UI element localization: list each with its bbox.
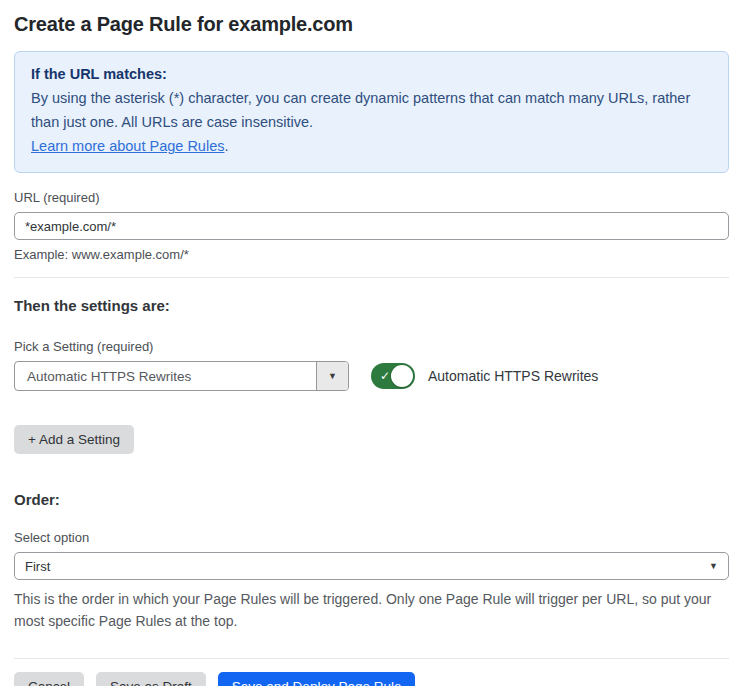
footer-actions: Cancel Save as Draft Save and Deploy Pag…	[14, 672, 729, 686]
chevron-down-icon: ▼	[709, 561, 718, 571]
add-setting-button[interactable]: + Add a Setting	[14, 425, 134, 454]
setting-dropdown[interactable]: Automatic HTTPS Rewrites ▼	[14, 361, 349, 391]
setting-dropdown-value: Automatic HTTPS Rewrites	[15, 362, 316, 390]
chevron-down-icon: ▼	[328, 371, 337, 381]
page-title: Create a Page Rule for example.com	[14, 13, 729, 36]
pick-setting-label: Pick a Setting (required)	[14, 339, 729, 354]
order-select-value: First	[25, 559, 709, 574]
order-select-label: Select option	[14, 530, 729, 545]
info-box-heading: If the URL matches:	[31, 62, 712, 86]
cancel-button[interactable]: Cancel	[14, 672, 84, 686]
learn-more-link[interactable]: Learn more about Page Rules	[31, 138, 224, 154]
check-icon: ✓	[380, 370, 390, 382]
setting-row: Automatic HTTPS Rewrites ▼ ✓ Automatic H…	[14, 361, 729, 391]
setting-dropdown-button[interactable]: ▼	[316, 362, 348, 390]
order-section-heading: Order:	[14, 491, 729, 508]
toggle-knob	[391, 365, 413, 387]
url-input[interactable]	[14, 212, 729, 240]
info-box-body: By using the asterisk (*) character, you…	[31, 86, 712, 158]
url-field-label: URL (required)	[14, 190, 729, 205]
footer-divider	[14, 658, 729, 659]
link-suffix: .	[224, 138, 228, 154]
settings-section-heading: Then the settings are:	[14, 297, 729, 314]
order-select[interactable]: First ▼	[14, 552, 729, 580]
save-as-draft-button[interactable]: Save as Draft	[96, 672, 206, 686]
order-helper-text: This is the order in which your Page Rul…	[14, 588, 729, 632]
info-box-body-text: By using the asterisk (*) character, you…	[31, 90, 690, 130]
url-matches-info-box: If the URL matches: By using the asteris…	[14, 51, 729, 173]
setting-toggle[interactable]: ✓	[371, 363, 415, 389]
url-example-helper: Example: www.example.com/*	[14, 247, 729, 262]
save-and-deploy-button[interactable]: Save and Deploy Page Rule	[218, 672, 416, 686]
section-divider	[14, 277, 729, 278]
setting-toggle-label: Automatic HTTPS Rewrites	[428, 368, 598, 384]
